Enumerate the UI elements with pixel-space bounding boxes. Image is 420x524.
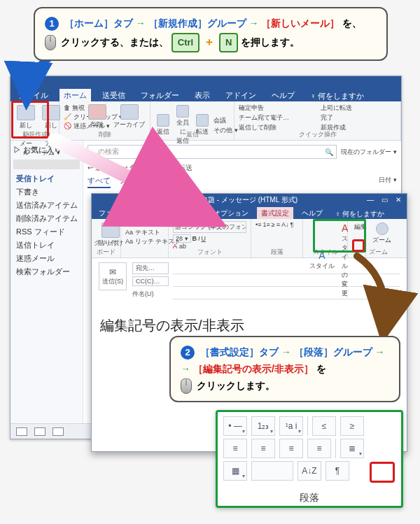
archive-icon — [120, 104, 139, 120]
reply-small[interactable]: ↩ 返信 — [88, 163, 109, 173]
calendar-nav-icon[interactable] — [34, 427, 46, 436]
decrease-indent-button[interactable]: ≤ — [312, 416, 336, 436]
folder-junk[interactable]: 迷惑メール — [15, 252, 80, 265]
folder-sent[interactable]: 送信済みアイテム — [15, 199, 80, 212]
bold-button[interactable]: B — [192, 235, 197, 242]
italic-button[interactable]: I — [198, 235, 200, 242]
font-name[interactable]: 游ゴシック (本文のフォント - 日本 ▾ — [173, 221, 246, 233]
cc-input[interactable] — [173, 276, 400, 287]
sort-button[interactable]: A↓ — [281, 221, 289, 228]
folder-deleted[interactable]: 削除済みアイテム — [15, 212, 80, 225]
tab-folder[interactable]: フォルダー — [136, 89, 183, 101]
text: ［書式設定］タブ — [200, 346, 279, 357]
more-nav-icon[interactable] — [52, 427, 64, 436]
delete-button[interactable]: 削除 — [86, 103, 108, 131]
msg-tab-format[interactable]: 書式設定 — [257, 207, 293, 219]
tab-view[interactable]: 表示 — [190, 89, 214, 101]
reply-all-icon — [176, 105, 189, 118]
mouse-icon — [181, 378, 192, 394]
shading-button[interactable]: ▦ — [223, 461, 247, 481]
ribbon: 新しい メール 新しい アイテム ▾ 新規作成 🗑 無視 🧹 クリーンアップ ▾… — [10, 101, 401, 141]
text: クリックする、または、 — [61, 36, 169, 48]
increase-indent-button[interactable]: ≥ — [340, 416, 364, 436]
folder-drafts[interactable]: 下書き — [15, 185, 80, 199]
text: を、 — [342, 17, 362, 29]
tab-help[interactable]: ヘルプ — [267, 89, 299, 101]
multilevel-button[interactable]: ¹a i — [279, 416, 303, 436]
msg-title: 無題 - メッセージ (HTML 形式) — [201, 195, 298, 205]
msg-tell-me[interactable]: ♀ 何をしますか — [335, 209, 384, 219]
to-label[interactable]: 宛先… — [132, 262, 169, 274]
search-input[interactable]: …の検索🔍 — [88, 145, 337, 159]
tab-file[interactable]: ファイル — [13, 89, 52, 101]
mouse-icon — [45, 35, 56, 50]
format-html[interactable]: Aa HTML — [125, 221, 164, 228]
reply-all-small[interactable]: ↩↩ 全員に返信 — [116, 163, 164, 173]
folder-inbox[interactable]: 受信トレイ — [15, 172, 80, 185]
bullets-button[interactable]: •≡ — [255, 221, 261, 228]
pilcrow-button[interactable]: ¶ — [290, 221, 293, 228]
delete-icon — [88, 104, 106, 120]
msg-tab-option[interactable]: オプション — [209, 207, 253, 219]
reply-all-button[interactable]: 全員に 返信 — [174, 104, 191, 147]
search-icon: 🔍 — [325, 148, 333, 156]
show-marks-button[interactable]: ¶ — [326, 461, 349, 481]
plus-icon: ＋ — [204, 36, 215, 48]
arrow-icon: → — [136, 17, 146, 29]
msg-tab-file[interactable]: ファイル — [94, 207, 131, 219]
format-text[interactable]: Aa テキスト — [125, 228, 164, 237]
text: ［ホーム］タブ — [64, 17, 133, 29]
indent-button[interactable]: ≥ — [272, 221, 275, 228]
quick-step[interactable]: 確定申告 — [239, 104, 315, 113]
subject-input[interactable] — [173, 288, 400, 299]
tab-addin[interactable]: アドイン — [221, 89, 260, 101]
align-center-button[interactable]: ≡ — [251, 439, 275, 458]
align-button[interactable]: ≡ — [276, 221, 280, 228]
forward-small[interactable]: ↪ 転送 — [172, 163, 193, 173]
group-label-delete: 削除 — [59, 130, 150, 139]
numbering-button[interactable]: 1₂₃ — [251, 416, 275, 436]
send-icon: ✉ — [109, 267, 116, 277]
paste-icon — [102, 222, 120, 238]
zoom-button[interactable]: ズーム — [370, 221, 393, 246]
folder-rss[interactable]: RSS フィード — [15, 225, 80, 239]
format-rich[interactable]: Aa リッチ テキスト — [125, 237, 164, 246]
highlight-pilcrow-large — [370, 462, 395, 483]
align-right-button[interactable]: ≡ — [279, 439, 303, 458]
bullets-button[interactable]: • — — [223, 416, 247, 436]
msg-tab-insert[interactable]: 挿入 — [183, 207, 205, 219]
quick-step[interactable]: 完了 — [321, 113, 397, 122]
filter-all[interactable]: すべて — [88, 176, 111, 188]
font-size[interactable]: 28 ▾ — [173, 234, 191, 243]
quick-step[interactable]: 上司に転送 — [321, 104, 397, 113]
arrow-icon: → — [281, 346, 291, 357]
filter-unread[interactable]: 未読 — [120, 176, 136, 188]
folder-outbox[interactable]: 送信トレイ — [15, 239, 80, 252]
minimize-button[interactable]: — — [364, 194, 377, 204]
sort-by[interactable]: 日付 ▾ — [379, 176, 397, 188]
send-button[interactable]: ✉ 送信(S) — [99, 262, 127, 290]
line-spacing-button[interactable]: ≣ — [340, 439, 364, 458]
sort-button[interactable]: A↓Z — [298, 461, 321, 481]
search-scope[interactable]: 現在のフォルダー ▾ — [341, 148, 397, 157]
text: ［編集記号の表示/非表示］ — [193, 363, 314, 374]
folder-search[interactable]: 検索フォルダー — [15, 265, 80, 278]
close-button[interactable]: ✕ — [392, 194, 405, 204]
quick-step[interactable]: チーム宛て電子… — [239, 113, 315, 122]
archive-button[interactable]: アーカイブ — [111, 103, 147, 131]
msg-tab-message[interactable]: メッセージ — [135, 207, 178, 219]
tab-sendreceive[interactable]: 送受信 — [98, 89, 130, 101]
text: を押します。 — [241, 36, 300, 48]
align-justify-button[interactable]: ≡ — [307, 439, 331, 458]
mail-nav-icon[interactable] — [16, 427, 27, 436]
tell-me[interactable]: ♀ 何をしますか — [310, 91, 364, 101]
numbering-button[interactable]: 1≡ — [262, 221, 270, 228]
tab-home[interactable]: ホーム — [59, 89, 91, 101]
msg-tab-help[interactable]: ヘルプ — [298, 207, 327, 219]
maximize-button[interactable]: ▭ — [378, 194, 391, 204]
cc-label[interactable]: CC(C)… — [132, 276, 169, 286]
underline-button[interactable]: U — [202, 235, 206, 242]
to-input[interactable] — [173, 263, 400, 274]
arrow-icon: → — [249, 17, 259, 29]
align-left-button[interactable]: ≡ — [223, 439, 247, 458]
